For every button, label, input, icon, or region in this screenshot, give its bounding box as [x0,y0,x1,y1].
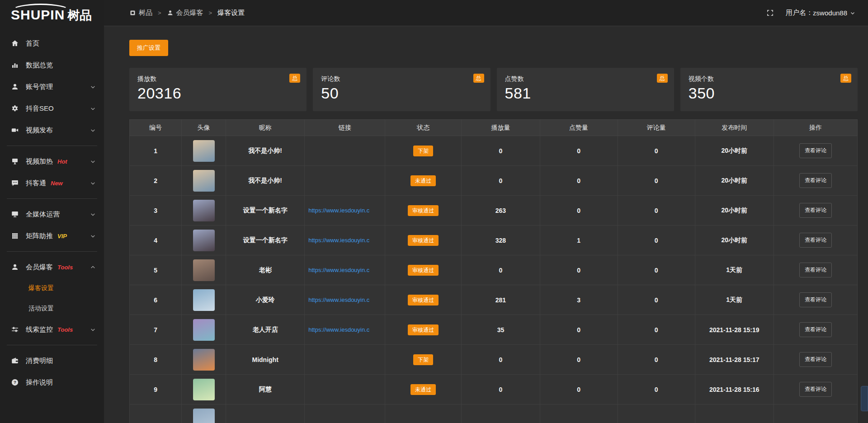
cell-action: 查看评论 [774,345,857,375]
view-comments-button[interactable]: 查看评论 [799,143,832,158]
sidebar-item-数据总览[interactable]: 数据总览 [0,54,104,76]
cell-status: 审核通过 [385,196,462,226]
stat-card-label: 播放数 [137,75,156,82]
cell-nickname: 老人开店 [226,315,305,345]
cell-avatar [182,315,226,345]
cell-avatar [182,136,226,166]
view-comments-button[interactable]: 查看评论 [799,292,832,307]
sidebar-item-消费明细[interactable]: 消费明细 [0,350,104,371]
breadcrumb-item-树品[interactable]: 树品 [129,9,152,17]
sidebar-item-全媒体运营[interactable]: 全媒体运营 [0,203,104,225]
cell-id: 2 [130,166,182,196]
cell-action: 查看评论 [774,285,857,315]
status-badge: 下架 [413,354,433,365]
stat-card-value: 50 [321,85,482,102]
sidebar-item-label: 操作说明 [26,378,53,387]
column-header-编号: 编号 [130,120,182,136]
video-link[interactable]: https://www.iesdouyin.c [305,207,385,214]
breadcrumb: 树品>会员爆客>爆客设置 [129,9,245,17]
menu-divider [7,146,97,146]
sidebar-item-线索监控[interactable]: 线索监控Tools [0,319,104,340]
cell-nickname [226,404,305,423]
stat-card-value: 581 [505,85,666,102]
sidebar-item-操作说明[interactable]: ?操作说明 [0,371,104,393]
view-comments-button[interactable]: 查看评论 [799,173,832,188]
sidebar-subitem-活动设置[interactable]: 活动设置 [0,298,104,319]
cell-plays: 328 [462,226,540,255]
avatar [193,230,215,251]
avatar [193,259,215,281]
sidebar-item-视频加热[interactable]: 视频加热Hot [0,150,104,172]
view-comments-button[interactable]: 查看评论 [799,263,832,277]
video-link[interactable]: https://www.iesdouyin.c [305,296,385,303]
breadcrumb-item-会员爆客[interactable]: 会员爆客 [167,9,203,17]
video-link[interactable]: https://www.iesdouyin.c [305,237,385,244]
video-link[interactable]: https://www.iesdouyin.c [305,267,385,273]
cell-nickname: 阿慧 [226,375,305,404]
sidebar-item-label: 账号管理 [26,83,53,91]
total-badge: 总 [289,74,300,83]
column-header-操作: 操作 [774,120,857,136]
cell-likes: 0 [540,255,618,285]
menu-divider [7,198,97,199]
sidebar-item-首页[interactable]: 首页 [0,33,104,54]
username-value: zswodun88 [813,9,847,17]
view-comments-button[interactable]: 查看评论 [799,203,832,218]
cell-likes: 1 [540,226,618,255]
cell-status: 未通过 [385,166,462,196]
cell-comments: 0 [618,166,695,196]
cell-comments: 0 [618,375,695,404]
table-row: 9阿慧未通过0002021-11-28 15:16查看评论 [130,375,858,404]
sidebar-item-账号管理[interactable]: 账号管理 [0,76,104,98]
sidebar-item-会员爆客[interactable]: 会员爆客Tools [0,256,104,278]
sidebar-item-badge: Tools [57,326,73,333]
view-comments-button[interactable]: 查看评论 [799,322,832,337]
cell-likes: 0 [540,375,618,404]
sidebar-item-label: 矩阵助推 [26,232,53,240]
cell-avatar [182,226,226,255]
menu-divider [7,251,97,252]
total-badge: 总 [657,74,668,83]
breadcrumb-label: 树品 [139,9,152,17]
view-comments-button[interactable]: 查看评论 [799,382,832,397]
video-icon [11,126,19,134]
stat-card-label: 评论数 [321,75,340,82]
breadcrumb-label: 会员爆客 [176,9,203,17]
promo-settings-button[interactable]: 推广设置 [129,40,168,56]
user-icon [11,83,19,91]
stat-card-value: 20316 [137,85,298,102]
sidebar-subitem-爆客设置[interactable]: 爆客设置 [0,278,104,298]
cell-time: 1天前 [695,285,774,315]
cell-time: 20小时前 [695,136,774,166]
cell-action [774,404,857,423]
view-comments-button[interactable]: 查看评论 [799,233,832,248]
table-row: 3设置一个新名字https://www.iesdouyin.c审核通过26300… [130,196,858,226]
chevron-up-icon [90,264,96,270]
video-link[interactable]: https://www.iesdouyin.c [305,326,385,333]
videos-table: 编号头像昵称链接状态播放量点赞量评论量发布时间操作1我不是小帅!下架00020小… [129,119,858,423]
cell-nickname: Midnight [226,345,305,375]
user-menu[interactable]: 用户名：zswodun88 [786,9,855,17]
cell-id: 4 [130,226,182,255]
chat-widget[interactable] [861,386,868,411]
cell-comments: 0 [618,285,695,315]
cell-plays: 0 [462,375,540,404]
status-badge: 审核通过 [408,265,439,276]
cell-comments: 0 [618,315,695,345]
fullscreen-icon[interactable] [766,9,774,17]
sidebar-item-矩阵助推[interactable]: 矩阵助推VIP [0,225,104,247]
cell-link: https://www.iesdouyin.c [305,196,385,226]
view-comments-button[interactable]: 查看评论 [799,352,832,367]
cell-nickname: 我不是小帅! [226,166,305,196]
sidebar-item-抖音SEO[interactable]: 抖音SEO [0,98,104,119]
sidebar-item-抖客通[interactable]: 抖客通New [0,172,104,194]
cell-avatar [182,375,226,404]
cell-plays: 281 [462,285,540,315]
sidebar-item-label: 首页 [26,39,39,48]
avatar [193,349,215,371]
sidebar-item-label: 会员爆客 [26,263,53,272]
topbar-right: 用户名：zswodun88 [766,9,855,17]
table-header-row: 编号头像昵称链接状态播放量点赞量评论量发布时间操作 [130,120,858,136]
sidebar-item-视频发布[interactable]: 视频发布 [0,119,104,141]
cell-action: 查看评论 [774,196,857,226]
